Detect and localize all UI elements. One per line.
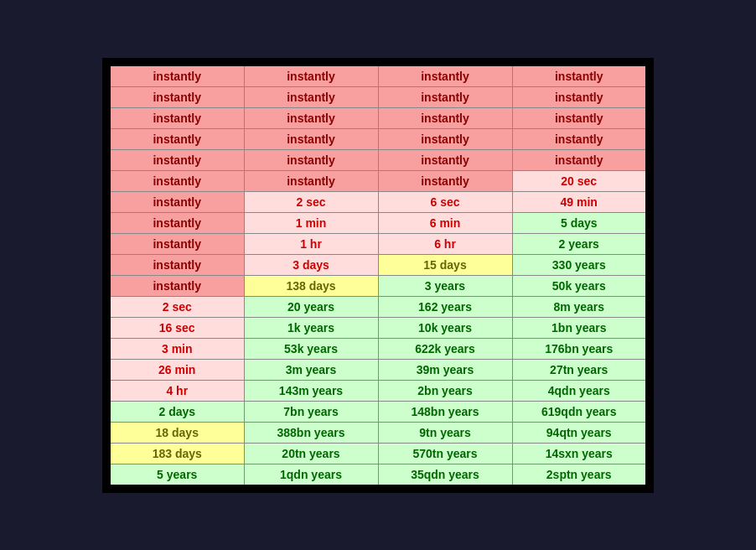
table-cell: instantly [244,86,378,107]
table-cell: 1qdn years [244,464,378,485]
table-row: 16 sec1k years10k years1bn years [110,317,646,338]
table-cell: instantly [110,65,244,87]
table-row: instantly138 days3 years50k years [110,275,646,296]
table-cell: 183 days [110,443,244,464]
table-cell: instantly [378,65,512,87]
table-cell: 35qdn years [378,464,512,485]
table-cell: 2sptn years [512,464,646,485]
table-cell: 176bn years [512,338,646,359]
table-cell: instantly [110,212,244,233]
table-cell: instantly [512,86,646,107]
table-cell: 3 years [378,275,512,296]
table-cell: 53k years [244,338,378,359]
table-row: 2 sec20 years162 years8m years [110,296,646,317]
table-cell: 50k years [512,275,646,296]
table-cell: 5 years [110,464,244,485]
table-cell: 6 hr [378,233,512,254]
table-cell: 1k years [244,317,378,338]
table-cell: 27tn years [512,359,646,380]
table-cell: instantly [378,128,512,149]
table-cell: 2 sec [110,296,244,317]
table-cell: 162 years [378,296,512,317]
table-cell: instantly [110,254,244,275]
table-row: instantlyinstantlyinstantly20 sec [110,170,646,191]
table-cell: instantly [110,149,244,170]
table-row: instantly1 min6 min5 days [110,212,646,233]
table-cell: 3 min [110,338,244,359]
table-cell: 622k years [378,338,512,359]
table-cell: 1bn years [512,317,646,338]
table-cell: instantly [244,149,378,170]
table-cell: instantly [110,275,244,296]
table-cell: 5 days [512,212,646,233]
table-cell: instantly [110,86,244,107]
table-cell: instantly [244,107,378,128]
table-cell: instantly [244,128,378,149]
table-row: instantly3 days15 days330 years [110,254,646,275]
table-cell: 14sxn years [512,443,646,464]
table-cell: instantly [378,170,512,191]
table-cell: instantly [512,149,646,170]
table-cell: 619qdn years [512,401,646,422]
table-cell: 388bn years [244,422,378,443]
table-cell: instantly [378,86,512,107]
table-cell: 330 years [512,254,646,275]
table-cell: 2bn years [378,380,512,401]
table-cell: 143m years [244,380,378,401]
table-cell: 39m years [378,359,512,380]
table-row: instantly2 sec6 sec49 min [110,191,646,212]
table-cell: 6 sec [378,191,512,212]
table-row: instantlyinstantlyinstantlyinstantly [110,107,646,128]
table-cell: instantly [512,128,646,149]
table-cell: instantly [378,107,512,128]
table-cell: 148bn years [378,401,512,422]
table-row: instantlyinstantlyinstantlyinstantly [110,65,646,87]
table-cell: instantly [244,65,378,87]
table-cell: 1 min [244,212,378,233]
table-cell: 138 days [244,275,378,296]
table-cell: 8m years [512,296,646,317]
table-cell: 20tn years [244,443,378,464]
table-cell: 1 hr [244,233,378,254]
table-row: 18 days388bn years9tn years94qtn years [110,422,646,443]
table-cell: instantly [110,233,244,254]
table-cell: 3 days [244,254,378,275]
table-cell: instantly [110,107,244,128]
table-cell: 570tn years [378,443,512,464]
table-cell: instantly [110,191,244,212]
table-cell: 2 days [110,401,244,422]
table-row: 2 days7bn years148bn years619qdn years [110,401,646,422]
table-row: instantlyinstantlyinstantlyinstantly [110,86,646,107]
table-cell: 20 sec [512,170,646,191]
password-crack-table: instantlyinstantlyinstantlyinstantlyinst… [109,65,647,486]
table-cell: instantly [110,128,244,149]
table-cell: 4qdn years [512,380,646,401]
table-cell: instantly [244,170,378,191]
table-cell: 7bn years [244,401,378,422]
table-cell: 18 days [110,422,244,443]
table-row: 26 min3m years39m years27tn years [110,359,646,380]
table-row: 5 years1qdn years35qdn years2sptn years [110,464,646,485]
table-cell: 10k years [378,317,512,338]
table-cell: instantly [512,107,646,128]
table-cell: 4 hr [110,380,244,401]
table-row: instantlyinstantlyinstantlyinstantly [110,128,646,149]
table-row: 3 min53k years622k years176bn years [110,338,646,359]
table-row: 4 hr143m years2bn years4qdn years [110,380,646,401]
table-cell: 9tn years [378,422,512,443]
table-cell: 49 min [512,191,646,212]
main-container: instantlyinstantlyinstantlyinstantlyinst… [102,58,654,493]
table-cell: instantly [110,170,244,191]
table-cell: 26 min [110,359,244,380]
table-cell: 6 min [378,212,512,233]
table-cell: instantly [378,149,512,170]
table-cell: 15 days [378,254,512,275]
table-row: instantlyinstantlyinstantlyinstantly [110,149,646,170]
table-cell: 94qtn years [512,422,646,443]
table-cell: 2 sec [244,191,378,212]
table-cell: 3m years [244,359,378,380]
table-cell: instantly [512,65,646,87]
table-row: instantly1 hr6 hr2 years [110,233,646,254]
table-cell: 2 years [512,233,646,254]
table-row: 183 days20tn years570tn years14sxn years [110,443,646,464]
